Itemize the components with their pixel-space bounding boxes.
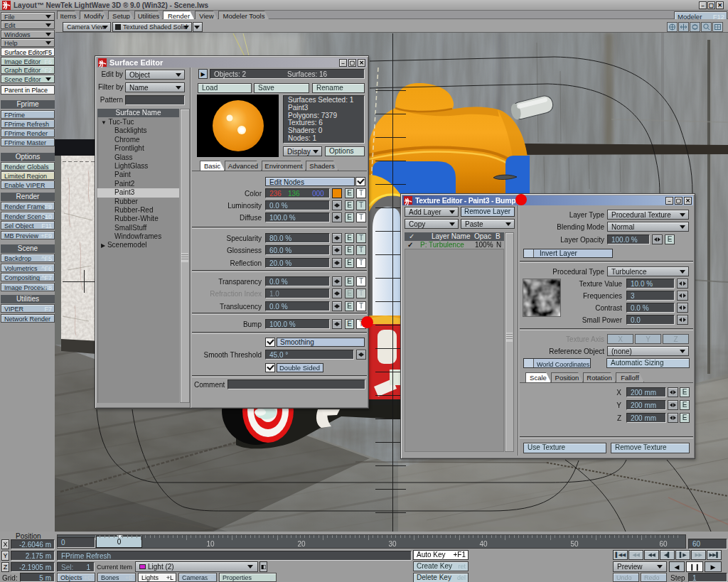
svg-text:60: 60	[659, 540, 668, 548]
svg-text:40: 40	[479, 540, 488, 548]
svg-text:20: 20	[297, 540, 306, 548]
svg-text:30: 30	[388, 540, 397, 548]
svg-text:50: 50	[570, 540, 579, 548]
svg-text:10: 10	[206, 540, 215, 548]
